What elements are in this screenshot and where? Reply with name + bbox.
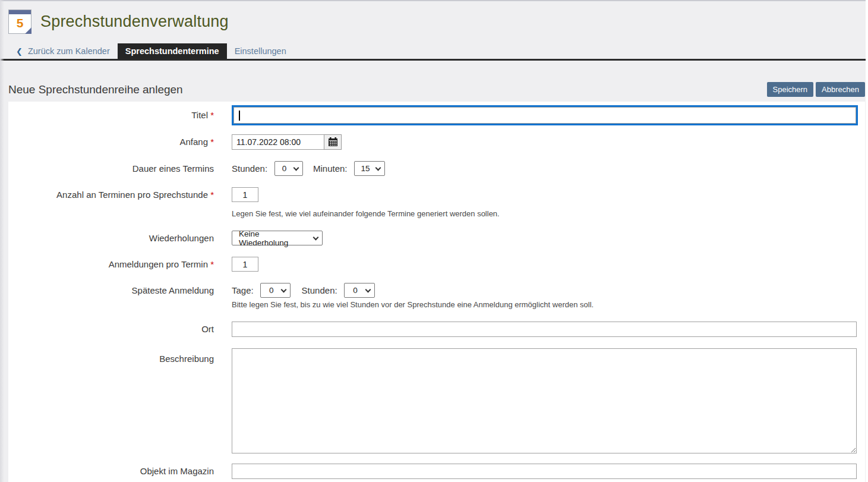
ort-field bbox=[232, 322, 865, 337]
form-row-titel: Titel * bbox=[8, 106, 865, 124]
anmeldungen-field bbox=[232, 257, 865, 272]
anfang-label: Anfang * bbox=[8, 134, 214, 149]
objekt-label: Objekt im Magazin bbox=[8, 464, 214, 478]
cancel-button[interactable]: Abbrechen bbox=[816, 82, 865, 97]
form-row-dauer: Dauer eines Termins Stunden: 0 Minuten: … bbox=[8, 161, 865, 176]
beschreibung-textarea[interactable] bbox=[232, 348, 857, 453]
dauer-minuten-select[interactable]: 15 bbox=[354, 161, 385, 176]
form-row-objekt: Objekt im Magazin bbox=[8, 464, 865, 479]
form-row-wiederholungen: Wiederholungen Keine Wiederholung bbox=[8, 231, 865, 245]
save-button[interactable]: Speichern bbox=[767, 82, 814, 97]
form-panel: Titel * Anfang * bbox=[8, 102, 865, 482]
spaeteste-tage-label: Tage: bbox=[232, 285, 254, 295]
app-title: Sprechstundenverwaltung bbox=[40, 12, 229, 31]
action-buttons: Speichern Abbrechen bbox=[767, 82, 865, 97]
chevron-down-icon bbox=[365, 286, 371, 292]
dauer-stunden-label: Stunden: bbox=[232, 163, 267, 174]
objekt-field bbox=[232, 464, 865, 479]
anfang-datetime-input[interactable] bbox=[232, 134, 324, 150]
tab-back-to-calendar[interactable]: ❮ Zurück zum Kalender bbox=[8, 43, 118, 59]
anzahl-input[interactable] bbox=[232, 187, 258, 202]
tab-sprechstundentermine[interactable]: Sprechstundentermine bbox=[118, 43, 227, 59]
tab-back-label: Zurück zum Kalender bbox=[28, 46, 110, 56]
calendar-app-icon: 5 bbox=[8, 10, 31, 34]
dauer-minuten-label: Minuten: bbox=[313, 163, 348, 174]
objekt-input[interactable] bbox=[232, 464, 857, 479]
chevron-left-icon: ❮ bbox=[16, 47, 23, 56]
form-row-anmeldungen: Anmeldungen pro Termin * bbox=[8, 257, 865, 272]
page-heading: Neue Sprechstundenreihe anlegen bbox=[8, 83, 183, 96]
chevron-down-icon bbox=[293, 165, 299, 171]
page-heading-row: Neue Sprechstundenreihe anlegen Speicher… bbox=[8, 82, 865, 97]
calendar-icon bbox=[328, 137, 338, 147]
required-asterisk: * bbox=[210, 110, 214, 120]
anzahl-label: Anzahl an Terminen pro Sprechstunde * bbox=[8, 187, 214, 202]
titel-field bbox=[232, 106, 865, 124]
spaeteste-stunden-label: Stunden: bbox=[302, 285, 337, 295]
anmeldungen-label: Anmeldungen pro Termin * bbox=[8, 257, 214, 272]
spaeteste-help-text: Bitte legen Sie fest, bis zu wie viel St… bbox=[232, 300, 865, 309]
app-header: 5 Sprechstundenverwaltung bbox=[0, 1, 868, 34]
anzahl-help-text: Legen Sie fest, wie viel aufeinander fol… bbox=[232, 209, 865, 218]
tab-sprechstundentermine-label: Sprechstundentermine bbox=[125, 46, 219, 56]
beschreibung-field bbox=[232, 348, 865, 456]
left-edge-shadow bbox=[0, 0, 4, 482]
form-row-beschreibung: Beschreibung bbox=[8, 348, 865, 456]
required-asterisk: * bbox=[210, 259, 214, 269]
ort-input[interactable] bbox=[232, 322, 857, 337]
wiederholungen-select[interactable]: Keine Wiederholung bbox=[232, 231, 323, 245]
form-row-anzahl: Anzahl an Terminen pro Sprechstunde * Le… bbox=[8, 187, 865, 218]
titel-label: Titel * bbox=[8, 106, 214, 124]
spaeteste-label: Späteste Anmeldung bbox=[8, 283, 214, 298]
chevron-down-icon bbox=[313, 234, 319, 240]
chevron-down-icon bbox=[281, 286, 287, 292]
required-asterisk: * bbox=[210, 137, 214, 147]
calendar-icon-fold bbox=[25, 27, 31, 34]
text-caret bbox=[239, 111, 240, 121]
anmeldungen-input[interactable] bbox=[232, 257, 258, 272]
beschreibung-label: Beschreibung bbox=[8, 348, 214, 366]
anfang-field bbox=[232, 134, 865, 150]
dauer-field: Stunden: 0 Minuten: 15 bbox=[232, 161, 865, 176]
required-asterisk: * bbox=[210, 190, 214, 200]
spaeteste-tage-select[interactable]: 0 bbox=[260, 283, 291, 298]
right-edge-strip bbox=[866, 0, 868, 482]
form-row-spaeteste: Späteste Anmeldung Tage: 0 Stunden: 0 Bi… bbox=[8, 283, 865, 309]
wiederholungen-field: Keine Wiederholung bbox=[232, 231, 865, 245]
tab-bar: ❮ Zurück zum Kalender Sprechstundentermi… bbox=[0, 43, 868, 61]
anzahl-field: Legen Sie fest, wie viel aufeinander fol… bbox=[232, 187, 865, 218]
spaeteste-field: Tage: 0 Stunden: 0 Bitte legen Sie fest,… bbox=[232, 283, 865, 309]
ort-label: Ort bbox=[8, 322, 214, 336]
wiederholungen-label: Wiederholungen bbox=[8, 231, 214, 245]
tab-einstellungen-label: Einstellungen bbox=[235, 46, 286, 56]
chevron-down-icon bbox=[375, 165, 381, 171]
form-row-ort: Ort bbox=[8, 322, 865, 337]
titel-input[interactable] bbox=[233, 107, 856, 124]
datepicker-button[interactable] bbox=[324, 134, 342, 150]
spaeteste-stunden-select[interactable]: 0 bbox=[344, 283, 375, 298]
tab-einstellungen[interactable]: Einstellungen bbox=[227, 43, 294, 59]
dauer-stunden-select[interactable]: 0 bbox=[274, 161, 303, 176]
form-row-anfang: Anfang * bbox=[8, 134, 865, 150]
dauer-label: Dauer eines Termins bbox=[8, 161, 214, 176]
